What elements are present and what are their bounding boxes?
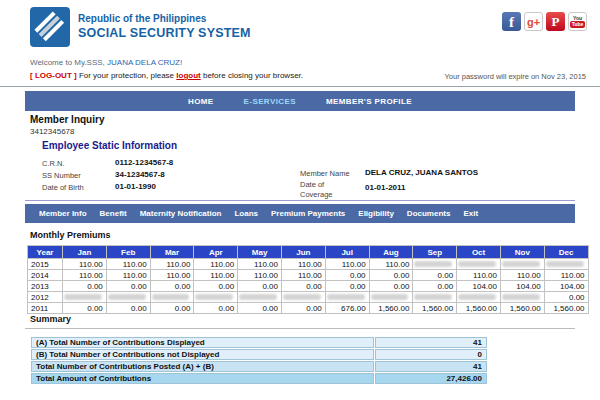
premium-cell-2015-may: 110.00 bbox=[238, 259, 281, 269]
logout-button[interactable]: [ LOG-OUT ] bbox=[30, 71, 77, 80]
subnav-item-premium-payments[interactable]: Premium Payments bbox=[271, 209, 345, 218]
subnav-item-exit[interactable]: Exit bbox=[463, 209, 478, 218]
facebook-icon[interactable]: f bbox=[502, 12, 521, 31]
premium-cell-2013-mar: 0.00 bbox=[151, 281, 194, 291]
sss-logo bbox=[30, 7, 70, 47]
premium-cell-2012-nov bbox=[501, 292, 544, 302]
premium-cell-2015-mar: 110.00 bbox=[151, 259, 194, 269]
member-name-value: DELA CRUZ, JUANA SANTOS bbox=[365, 168, 478, 177]
subnav-item-loans[interactable]: Loans bbox=[234, 209, 258, 218]
section-divider bbox=[25, 200, 575, 201]
summary-label-2: Total Number of Contributions Posted (A)… bbox=[31, 361, 374, 372]
premium-cell-2014-jun: 110.00 bbox=[282, 270, 325, 280]
redacted-value bbox=[414, 294, 452, 300]
col-header-nov: Nov bbox=[501, 246, 544, 258]
subnav-item-documents[interactable]: Documents bbox=[407, 209, 451, 218]
premium-cell-2013-oct: 104.00 bbox=[457, 281, 500, 291]
sub-nav: Member InfoBenefitMaternity Notification… bbox=[25, 204, 575, 223]
logout-link[interactable]: logout bbox=[176, 71, 200, 80]
summary-label-3: Total Amount of Contributions bbox=[31, 373, 374, 384]
premium-cell-2014-sep: 0.00 bbox=[413, 270, 456, 280]
premium-cell-2012-oct bbox=[457, 292, 500, 302]
youtube-you-text: You bbox=[573, 16, 582, 21]
youtube-tube-text: Tube bbox=[570, 21, 586, 28]
social-icons: fg+PYouTube bbox=[502, 12, 587, 31]
member-number: 3412345678 bbox=[30, 127, 75, 136]
crn-value: 0112-1234567-8 bbox=[115, 158, 173, 167]
nav-item-home[interactable]: HOME bbox=[188, 97, 214, 106]
premium-cell-2014-dec: 110.00 bbox=[545, 270, 588, 280]
summary-table: (A) Total Number of Contributions Displa… bbox=[30, 336, 488, 385]
premium-cell-2014-jul: 0.00 bbox=[326, 270, 369, 280]
premium-cell-2012-mar bbox=[151, 292, 194, 302]
redacted-value bbox=[414, 261, 452, 267]
premium-cell-2015-oct bbox=[457, 259, 500, 269]
summary-value-0: 41 bbox=[375, 337, 487, 348]
col-header-feb: Feb bbox=[107, 246, 150, 258]
subnav-item-eligibility[interactable]: Eligibility bbox=[358, 209, 394, 218]
redacted-value bbox=[546, 261, 584, 267]
section-title: Employee Static Information bbox=[42, 140, 177, 151]
col-header-jan: Jan bbox=[63, 246, 106, 258]
premiums-row-2013: 20130.000.000.000.000.000.000.000.000.00… bbox=[28, 281, 588, 291]
google-plus-icon[interactable]: g+ bbox=[524, 12, 543, 31]
premiums-row-2011: 20110.000.000.000.000.000.00676.001,560.… bbox=[28, 303, 588, 313]
sss-member-portal-page: Republic of the Philippines SOCIAL SECUR… bbox=[0, 0, 600, 400]
youtube-icon[interactable]: YouTube bbox=[568, 12, 587, 31]
premium-cell-2014-oct: 110.00 bbox=[457, 270, 500, 280]
summary-value-1: 0 bbox=[375, 349, 487, 360]
redacted-value bbox=[108, 294, 146, 300]
summary-value-3: 27,426.00 bbox=[375, 373, 487, 384]
logout-text-after: before closing your browser. bbox=[203, 71, 303, 80]
premium-cell-2011-apr: 0.00 bbox=[194, 303, 237, 313]
premium-cell-2011-feb: 0.00 bbox=[107, 303, 150, 313]
subnav-item-benefit[interactable]: Benefit bbox=[100, 209, 127, 218]
welcome-user-name: JUANA DELA CRUZ! bbox=[107, 58, 182, 67]
subnav-item-maternity-notification[interactable]: Maternity Notification bbox=[140, 209, 222, 218]
premium-cell-2012-feb bbox=[107, 292, 150, 302]
premiums-table: YearJanFebMarAprMayJunJulAugSepOctNovDec… bbox=[27, 245, 589, 314]
premium-cell-2013-jul: 0.00 bbox=[326, 281, 369, 291]
welcome-message: Welcome to My.SSS, JUANA DELA CRUZ! bbox=[30, 58, 182, 67]
password-expiry-note: Your password will expire on Nov 23, 201… bbox=[445, 72, 586, 81]
col-header-jun: Jun bbox=[282, 246, 325, 258]
summary-label-1: (B) Total Number of Contributions not Di… bbox=[31, 349, 374, 360]
dob-label: Date of Birth bbox=[42, 183, 84, 192]
redacted-value bbox=[152, 294, 190, 300]
org-title: Republic of the Philippines SOCIAL SECUR… bbox=[78, 13, 251, 41]
premium-cell-2013-dec: 104.00 bbox=[545, 281, 588, 291]
subnav-item-member-info[interactable]: Member Info bbox=[39, 209, 87, 218]
nav-item-member-s-profile[interactable]: MEMBER'S PROFILE bbox=[326, 97, 412, 106]
premium-cell-2012-apr bbox=[194, 292, 237, 302]
premium-cell-2013-may: 0.00 bbox=[238, 281, 281, 291]
premiums-row-2015: 2015110.00110.00110.00110.00110.00110.00… bbox=[28, 259, 588, 269]
premium-cell-2015-jun: 110.00 bbox=[282, 259, 325, 269]
premium-cell-2011-mar: 0.00 bbox=[151, 303, 194, 313]
premium-cell-2011-aug: 1,560.00 bbox=[370, 303, 413, 313]
premium-cell-2012-aug bbox=[370, 292, 413, 302]
summary-heading: Summary bbox=[30, 314, 71, 324]
premiums-header-row: YearJanFebMarAprMayJunJulAugSepOctNovDec bbox=[28, 246, 588, 258]
col-header-apr: Apr bbox=[194, 246, 237, 258]
redacted-value bbox=[502, 261, 540, 267]
pinterest-icon[interactable]: P bbox=[546, 12, 565, 31]
col-header-mar: Mar bbox=[151, 246, 194, 258]
premium-cell-2013-jun: 0.00 bbox=[282, 281, 325, 291]
summary-row-0: (A) Total Number of Contributions Displa… bbox=[31, 337, 487, 348]
summary-value-2: 41 bbox=[375, 361, 487, 372]
summary-divider bbox=[25, 328, 575, 329]
nav-item-e-services[interactable]: E-SERVICES bbox=[244, 97, 296, 106]
premium-cell-2012-sep bbox=[413, 292, 456, 302]
premium-cell-2011-oct: 1,560.00 bbox=[457, 303, 500, 313]
premium-cell-2015-aug: 110.00 bbox=[370, 259, 413, 269]
crn-label: C.R.N. bbox=[42, 159, 65, 168]
summary-row-3: Total Amount of Contributions27,426.00 bbox=[31, 373, 487, 384]
premium-cell-2011-may: 0.00 bbox=[238, 303, 281, 313]
premium-cell-2011-jun: 0.00 bbox=[282, 303, 325, 313]
premium-cell-2012-dec: 0.00 bbox=[545, 292, 588, 302]
redacted-value bbox=[502, 294, 540, 300]
premiums-heading: Monthly Premiums bbox=[30, 230, 111, 240]
premium-cell-2014-mar: 110.00 bbox=[151, 270, 194, 280]
premium-cell-2011-jul: 676.00 bbox=[326, 303, 369, 313]
premium-cell-2013-apr: 0.00 bbox=[194, 281, 237, 291]
